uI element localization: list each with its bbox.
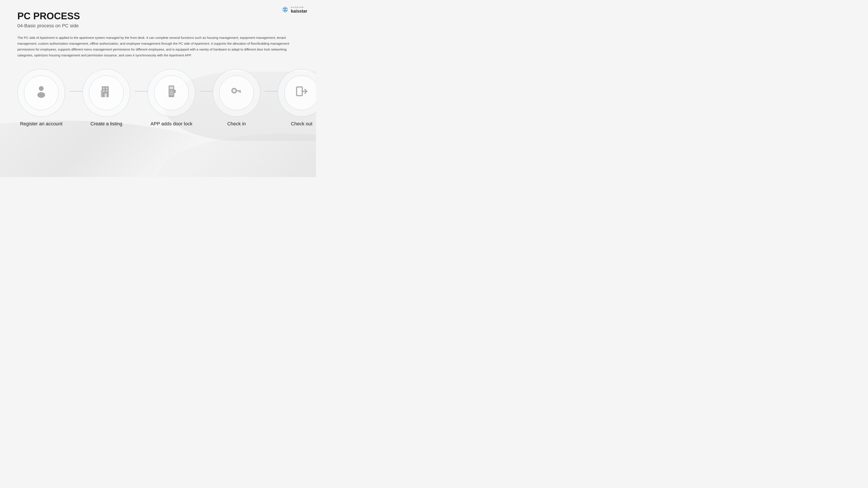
process-flow: Register an account <box>18 69 299 127</box>
process-step-register: Register an account <box>18 69 65 127</box>
circle-inner-listing <box>89 75 124 110</box>
circle-inner-doorlock <box>154 75 189 110</box>
page-title: PC PROCESS <box>18 11 299 21</box>
svg-point-3 <box>37 92 45 98</box>
svg-rect-22 <box>174 90 176 93</box>
svg-rect-10 <box>104 94 107 97</box>
arrow-1 <box>69 91 83 92</box>
circle-outer-checkin <box>213 69 260 117</box>
svg-point-24 <box>232 89 236 92</box>
svg-point-14 <box>171 91 172 92</box>
circle-outer-doorlock <box>148 69 195 117</box>
svg-rect-12 <box>169 87 174 89</box>
arrow-2 <box>134 91 148 92</box>
svg-point-16 <box>170 92 171 94</box>
step-label-checkout: Check out <box>291 121 312 127</box>
step-label-register: Register an account <box>20 121 62 127</box>
circle-outer-listing <box>83 69 130 117</box>
arrow-line-2 <box>134 91 148 92</box>
svg-point-17 <box>171 92 172 94</box>
process-step-listing: Create a listing <box>83 69 130 127</box>
arrow-line-4 <box>265 91 278 92</box>
step-label-doorlock: APP adds door lock <box>151 121 192 127</box>
circle-inner-register <box>24 75 59 110</box>
arrow-line-1 <box>69 91 83 92</box>
svg-rect-9 <box>106 90 107 92</box>
arrow-3 <box>199 91 213 92</box>
process-step-checkout: Check out <box>278 69 316 127</box>
svg-rect-25 <box>236 90 241 91</box>
svg-rect-6 <box>103 88 104 89</box>
doorlock-icon <box>164 84 179 102</box>
svg-rect-8 <box>103 90 104 92</box>
key-icon <box>229 84 244 102</box>
svg-rect-26 <box>240 91 241 93</box>
page-subtitle: 04-Basic process on PC side <box>18 23 299 29</box>
svg-rect-7 <box>106 88 107 89</box>
page-description: The PC side of Apartment is applied to t… <box>18 35 295 58</box>
svg-point-20 <box>171 94 172 95</box>
svg-point-15 <box>172 91 174 92</box>
circle-inner-checkout <box>284 75 316 110</box>
svg-point-19 <box>170 94 171 95</box>
process-step-checkin: Check in <box>213 69 260 127</box>
svg-rect-5 <box>101 90 103 97</box>
svg-rect-27 <box>238 91 239 92</box>
arrow-4 <box>265 91 278 92</box>
svg-point-21 <box>172 94 174 95</box>
exit-icon <box>294 84 309 102</box>
circle-inner-checkin <box>219 75 254 110</box>
svg-point-13 <box>170 91 171 92</box>
svg-point-18 <box>172 92 174 94</box>
step-label-listing: Create a listing <box>91 121 122 127</box>
process-step-doorlock: APP adds door lock <box>148 69 195 127</box>
circle-outer-register <box>18 69 65 117</box>
person-icon <box>34 84 49 102</box>
step-label-checkin: Check in <box>227 121 246 127</box>
arrow-line-3 <box>199 91 213 92</box>
circle-outer-checkout <box>278 69 316 117</box>
svg-point-2 <box>39 86 43 91</box>
building-icon <box>99 84 114 102</box>
